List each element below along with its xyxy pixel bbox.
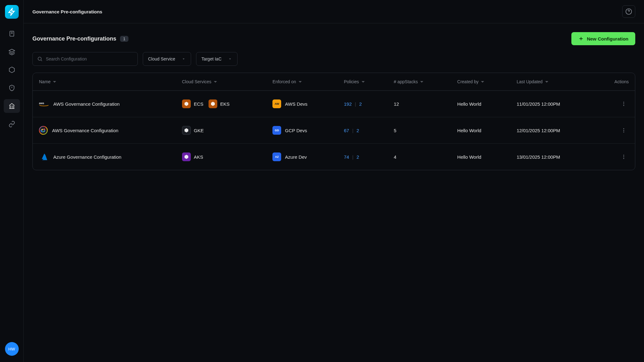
policies-value[interactable]: 74|2: [344, 154, 381, 160]
svg-point-8: [44, 128, 45, 130]
policies-value[interactable]: 192|2: [344, 101, 381, 107]
svg-point-6: [623, 105, 624, 106]
sort-icon: [53, 80, 56, 83]
nav-layers[interactable]: [4, 45, 20, 59]
team-badge: AW: [272, 99, 281, 108]
service-label: ECS: [194, 101, 204, 107]
row-actions-button[interactable]: [619, 125, 629, 135]
search-icon: [37, 56, 43, 62]
col-created-by[interactable]: Created by: [451, 73, 511, 91]
configurations-table: Name Cloud Services Enforced on Policies…: [32, 73, 635, 170]
sort-icon: [545, 80, 548, 83]
aks-icon: [182, 152, 191, 161]
search-input-wrap: [32, 52, 138, 66]
svg-point-4: [623, 102, 624, 103]
col-name[interactable]: Name: [33, 73, 176, 91]
more-vertical-icon: [621, 101, 627, 107]
svg-point-10: [43, 131, 44, 132]
created-by-value: Hello World: [451, 91, 511, 117]
config-name: AWS Governance Configuration: [53, 101, 120, 107]
config-name: Azure Governance Configuration: [53, 154, 121, 160]
svg-point-12: [623, 130, 624, 131]
chevron-down-icon: [228, 57, 232, 61]
plus-icon: [578, 36, 584, 41]
help-button[interactable]: [622, 5, 635, 18]
created-by-value: Hello World: [451, 144, 511, 170]
sort-icon: [214, 80, 217, 83]
sort-icon: [420, 80, 423, 83]
created-by-value: Hello World: [451, 117, 511, 144]
enforced-label: AWS Devs: [285, 101, 307, 107]
svg-text:aws: aws: [39, 102, 44, 105]
breadcrumb: Governance Pre-configurations: [32, 9, 102, 14]
col-cloud-services[interactable]: Cloud Services: [176, 73, 267, 91]
service-chip: AKS: [182, 152, 203, 161]
nav-shield[interactable]: [4, 81, 20, 95]
service-chip: ECS: [182, 99, 204, 108]
eks-icon: [209, 99, 217, 108]
svg-point-15: [623, 157, 624, 157]
service-label: GKE: [194, 128, 204, 133]
gcp-icon: [39, 126, 48, 135]
sort-icon: [362, 80, 365, 83]
config-name: AWS Governance Configuration: [52, 128, 118, 133]
col-enforced-on[interactable]: Enforced on: [266, 73, 338, 91]
more-vertical-icon: [621, 154, 627, 160]
service-chip: EKS: [209, 99, 230, 108]
sort-icon: [299, 80, 302, 83]
svg-point-2: [38, 57, 41, 60]
svg-point-16: [623, 158, 624, 159]
service-label: AKS: [194, 154, 203, 160]
app-logo[interactable]: [5, 5, 19, 19]
svg-point-11: [623, 128, 624, 129]
search-input[interactable]: [46, 56, 133, 61]
user-avatar[interactable]: HW: [5, 342, 19, 356]
row-actions-button[interactable]: [619, 152, 629, 162]
nav-dashboard[interactable]: [4, 27, 20, 41]
appstacks-value: 12: [387, 91, 451, 117]
chevron-down-icon: [181, 57, 186, 61]
service-label: EKS: [220, 101, 230, 107]
nav-hexagon[interactable]: [4, 63, 20, 77]
svg-point-5: [623, 104, 624, 104]
more-vertical-icon: [621, 128, 627, 133]
count-badge: 1: [120, 36, 128, 42]
appstacks-value: 4: [387, 144, 451, 170]
nav-link[interactable]: [4, 117, 20, 131]
sort-icon: [481, 80, 484, 83]
col-policies[interactable]: Policies: [338, 73, 387, 91]
enforced-label: GCP Devs: [285, 128, 307, 133]
sidebar: HW: [0, 0, 24, 362]
table-row[interactable]: aws AWS Governance Configuration ECS EKS…: [33, 91, 635, 117]
topbar: Governance Pre-configurations: [24, 0, 644, 23]
azure-icon: [39, 153, 49, 160]
svg-point-9: [41, 129, 43, 130]
cloud-service-dropdown[interactable]: Cloud Service: [143, 52, 191, 66]
col-appstacks[interactable]: # appStacks: [387, 73, 451, 91]
team-badge: GD: [272, 126, 281, 135]
svg-rect-0: [10, 31, 14, 36]
col-last-updated[interactable]: Last Updated: [510, 73, 594, 91]
table-row[interactable]: Azure Governance Configuration AKS AZ Az…: [33, 144, 635, 170]
appstacks-value: 5: [387, 117, 451, 144]
team-badge: AZ: [272, 152, 281, 161]
col-actions: Actions: [594, 73, 635, 91]
last-updated-value: 13/01/2025 12:00PM: [510, 144, 594, 170]
new-configuration-button[interactable]: New Configuration: [571, 32, 635, 45]
table-row[interactable]: AWS Governance Configuration GKE GD GCP …: [33, 117, 635, 144]
last-updated-value: 12/01/2025 12:00PM: [510, 117, 594, 144]
last-updated-value: 11/01/2025 12:00PM: [510, 91, 594, 117]
page-title: Governance Pre-configurations: [32, 36, 116, 42]
ecs-icon: [182, 99, 191, 108]
svg-point-14: [623, 155, 624, 156]
aws-icon: aws: [39, 100, 49, 107]
enforced-label: Azure Dev: [285, 154, 307, 160]
row-actions-button[interactable]: [619, 99, 629, 109]
main-content: Governance Pre-configurations Governance…: [24, 0, 644, 362]
policies-value[interactable]: 67|2: [344, 128, 381, 133]
target-iac-dropdown[interactable]: Target IaC: [196, 52, 238, 66]
svg-point-13: [623, 132, 624, 133]
nav-governance[interactable]: [4, 99, 20, 113]
service-chip: GKE: [182, 126, 204, 135]
gke-icon: [182, 126, 191, 135]
